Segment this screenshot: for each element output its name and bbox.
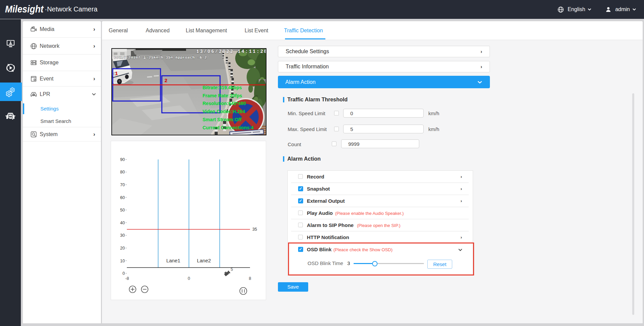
svg-text:5: 5 xyxy=(231,267,233,272)
svg-text:Video Codec:H.264: Video Codec:H.264 xyxy=(203,109,245,114)
svg-text:Smart Stream:Off: Smart Stream:Off xyxy=(203,117,242,122)
svg-text:-8: -8 xyxy=(125,276,129,281)
svg-text:30: 30 xyxy=(120,233,125,238)
svg-text:Bitrate:419.4kbps: Bitrate:419.4kbps xyxy=(203,85,242,90)
svg-text:35: 35 xyxy=(252,227,257,232)
svg-text:8: 8 xyxy=(249,276,251,281)
svg-text:70: 70 xyxy=(120,183,125,187)
svg-text:80: 80 xyxy=(120,170,125,174)
svg-text:Resolution:640*480: Resolution:640*480 xyxy=(203,101,246,106)
svg-text:Lane2: Lane2 xyxy=(197,258,211,263)
svg-text:40: 40 xyxy=(120,221,125,225)
svg-text:1: 1 xyxy=(115,70,118,76)
svg-text:0: 0 xyxy=(122,271,125,276)
svg-text:50: 50 xyxy=(120,208,125,213)
svg-text:60: 60 xyxy=(120,195,125,200)
svg-text:Count:24147 ①:25km/h 35m Appro: Count:24147 ①:25km/h 35m Approach -6.2° xyxy=(114,56,209,60)
svg-text:10: 10 xyxy=(120,259,125,263)
svg-text:Lane1: Lane1 xyxy=(166,258,180,263)
svg-text:0: 0 xyxy=(188,276,190,281)
svg-text:Current Connections:4: Current Connections:4 xyxy=(203,125,254,130)
svg-text:13/06/2022 14:11:28: 13/06/2022 14:11:28 xyxy=(196,49,266,54)
svg-text:90: 90 xyxy=(120,157,125,162)
svg-text:20: 20 xyxy=(120,246,125,251)
svg-text:2: 2 xyxy=(165,77,167,83)
svg-text:Frame Rate:20fps: Frame Rate:20fps xyxy=(203,93,242,98)
